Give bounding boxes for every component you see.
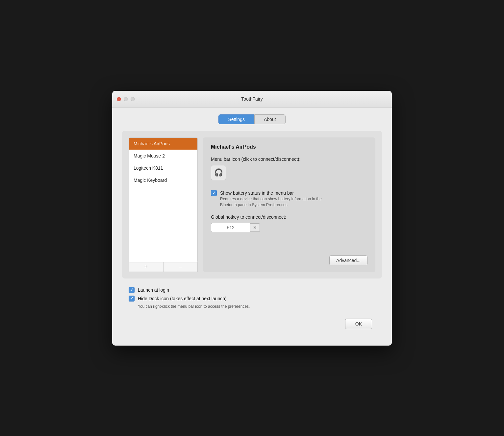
device-item-keyboard[interactable]: Magic Keyboard (129, 174, 197, 186)
tab-bar: Settings About (122, 114, 382, 124)
hide-dock-label: Hide Dock icon (takes effect at next lau… (138, 296, 227, 301)
bottom-options: ✓ Launch at login ✓ Hide Dock icon (take… (122, 284, 382, 314)
add-device-button[interactable]: + (129, 262, 164, 272)
battery-checkbox-row: ✓ Show battery status in the menu bar (211, 190, 367, 196)
hide-dock-checkbox[interactable]: ✓ (129, 296, 135, 302)
hotkey-input-row: ✕ (211, 223, 367, 232)
window-content: Settings About Michael's AirPods Magic M… (112, 108, 392, 346)
battery-helper-text: Requires a device that can show battery … (211, 196, 367, 208)
device-item-k811[interactable]: Logitech K811 (129, 162, 197, 174)
main-panel: Michael's AirPods Magic Mouse 2 Logitech… (122, 131, 382, 279)
tab-about[interactable]: About (254, 114, 286, 124)
checkmark-icon: ✓ (130, 296, 134, 301)
ok-button[interactable]: OK (345, 319, 372, 329)
device-settings-panel: Michael's AirPods Menu bar icon (click t… (203, 137, 375, 272)
minimize-button[interactable] (124, 97, 128, 101)
hotkey-label: Global hotkey to connect/disconnect: (211, 214, 367, 220)
traffic-lights (117, 97, 135, 101)
maximize-button[interactable] (131, 97, 135, 101)
launch-at-login-row: ✓ Launch at login (129, 287, 375, 293)
airpods-icon-button[interactable]: 🎧 (211, 165, 226, 180)
window-title: ToothFairy (241, 96, 263, 102)
advanced-button[interactable]: Advanced... (329, 255, 367, 265)
bottom-helper-text: You can right-click the menu bar icon to… (129, 304, 375, 309)
titlebar: ToothFairy (112, 91, 392, 108)
remove-device-button[interactable]: − (164, 262, 198, 272)
device-item-airpods[interactable]: Michael's AirPods (129, 138, 197, 150)
device-list-container: Michael's AirPods Magic Mouse 2 Logitech… (129, 137, 198, 272)
close-button[interactable] (117, 97, 121, 101)
battery-checkbox[interactable]: ✓ (211, 190, 217, 196)
battery-label: Show battery status in the menu bar (220, 190, 294, 196)
hotkey-section: Global hotkey to connect/disconnect: ✕ (211, 214, 367, 232)
tab-settings[interactable]: Settings (218, 114, 254, 124)
launch-at-login-checkbox[interactable]: ✓ (129, 287, 135, 293)
hide-dock-row: ✓ Hide Dock icon (takes effect at next l… (129, 296, 375, 302)
advanced-btn-row: Advanced... (211, 255, 367, 265)
hotkey-clear-button[interactable]: ✕ (250, 223, 260, 232)
menubar-icon-section: Menu bar icon (click to connect/disconne… (211, 157, 367, 185)
checkmark-icon: ✓ (212, 191, 216, 195)
main-window: ToothFairy Settings About Michael's AirP… (112, 91, 392, 346)
hotkey-input[interactable] (211, 223, 250, 232)
checkmark-icon: ✓ (130, 288, 134, 292)
battery-section: ✓ Show battery status in the menu bar Re… (211, 190, 367, 208)
device-list: Michael's AirPods Magic Mouse 2 Logitech… (129, 137, 198, 262)
footer: OK (122, 314, 382, 336)
airpods-icon: 🎧 (214, 168, 223, 177)
menubar-label: Menu bar icon (click to connect/disconne… (211, 157, 367, 162)
device-name-heading: Michael's AirPods (211, 144, 367, 150)
launch-at-login-label: Launch at login (138, 287, 169, 293)
device-item-mouse[interactable]: Magic Mouse 2 (129, 150, 197, 162)
device-list-actions: + − (129, 262, 198, 272)
